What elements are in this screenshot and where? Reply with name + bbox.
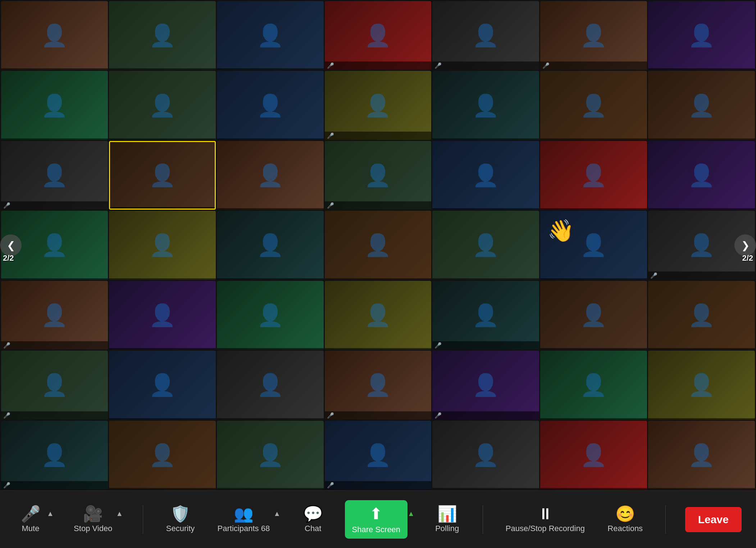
mute-indicator: 🎤 <box>3 342 10 349</box>
video-caret-button[interactable]: ▲ <box>115 508 124 519</box>
video-cell-10[interactable]: 👤 <box>217 71 324 140</box>
video-cell-18[interactable]: 👤 🎤 <box>325 141 432 210</box>
video-cell-44[interactable]: 👤 <box>109 421 216 489</box>
polling-icon: 📊 <box>437 506 457 522</box>
video-cell-9[interactable]: 👤 <box>109 71 216 140</box>
video-cell-49[interactable]: 👤 <box>648 421 755 489</box>
mute-indicator: 🎤 <box>650 272 657 279</box>
video-cell-15[interactable]: 👤 🎤 <box>1 141 108 210</box>
video-cell-21[interactable]: 👤 <box>648 141 755 210</box>
participants-caret-button[interactable]: ▲ <box>273 508 281 519</box>
share-screen-button[interactable]: ⬆ Share Screen <box>345 500 408 539</box>
video-cell-20[interactable]: 👤 <box>540 141 647 210</box>
video-cell-6[interactable]: 👤 🎤 <box>540 1 647 70</box>
divider-1 <box>143 505 143 534</box>
video-cell-7[interactable]: 👤 <box>648 1 755 70</box>
video-cell-5[interactable]: 👤 🎤 <box>432 1 539 70</box>
video-cell-14[interactable]: 👤 <box>648 71 755 140</box>
video-cell-2[interactable]: 👤 <box>109 1 216 70</box>
video-cell-4[interactable]: 👤 🎤 <box>325 1 432 70</box>
security-label: Security <box>166 524 195 533</box>
reactions-icon: 😊 <box>615 506 635 522</box>
participants-group: 👥 Participants 68 ▲ <box>214 503 281 536</box>
mute-indicator: 🎤 <box>327 132 334 139</box>
video-cell-19[interactable]: 👤 <box>432 141 539 210</box>
video-cell-45[interactable]: 👤 <box>217 421 324 489</box>
stop-video-button[interactable]: 🎥 Stop Video <box>70 503 116 536</box>
mute-indicator: 🎤 <box>327 62 334 69</box>
video-cell-43[interactable]: 👤 🎤 <box>1 421 108 489</box>
next-page-button[interactable]: ❯ <box>734 234 756 256</box>
video-cell-36[interactable]: 👤 🎤 <box>1 351 108 419</box>
video-cell-31[interactable]: 👤 <box>217 281 324 350</box>
video-cell-24[interactable]: 👤 <box>217 211 324 279</box>
share-screen-icon: ⬆ <box>369 504 383 523</box>
leave-button[interactable]: Leave <box>685 507 742 532</box>
chat-label: Chat <box>305 524 321 533</box>
video-cell-16[interactable]: 👤 <box>109 141 216 210</box>
reactions-label: Reactions <box>607 524 643 533</box>
video-cell-40[interactable]: 👤 🎤 <box>432 351 539 419</box>
security-button[interactable]: 🛡️ Security <box>163 503 198 536</box>
video-cell-41[interactable]: 👤 <box>540 351 647 419</box>
prev-page-button[interactable]: ❮ <box>0 234 22 256</box>
video-cell-25[interactable]: 👤 <box>325 211 432 279</box>
video-cell-35[interactable]: 👤 <box>648 281 755 350</box>
share-screen-label: Share Screen <box>352 525 401 534</box>
toolbar: 🎤 Mute ▲ 🎥 Stop Video ▲ 🛡️ Security 👥 Pa… <box>0 490 756 548</box>
participants-label: Participants 68 <box>218 524 270 533</box>
video-cell-29[interactable]: 👤 🎤 <box>1 281 108 350</box>
chat-button[interactable]: 💬 Chat <box>297 503 329 536</box>
mute-indicator: 🎤 <box>542 62 550 69</box>
video-cell-34[interactable]: 👤 <box>540 281 647 350</box>
mute-indicator: 🎤 <box>3 482 10 489</box>
pause-stop-label: Pause/Stop Recording <box>506 524 585 533</box>
video-cell-33[interactable]: 👤 🎤 <box>432 281 539 350</box>
video-cell-46[interactable]: 👤 🎤 <box>325 421 432 489</box>
security-icon: 🛡️ <box>170 506 190 522</box>
video-cell-1[interactable]: 👤 <box>1 1 108 70</box>
mute-indicator: 🎤 <box>327 202 334 209</box>
video-cell-37[interactable]: 👤 <box>109 351 216 419</box>
video-cell-13[interactable]: 👤 <box>540 71 647 140</box>
participants-caret-icon: ▲ <box>273 510 281 518</box>
mute-icon: 🎤 <box>21 506 41 522</box>
video-cell-27[interactable]: 👋 👤 <box>540 211 647 279</box>
reaction-emoji: 👋 <box>547 218 574 243</box>
share-screen-caret-icon: ▲ <box>407 510 415 518</box>
video-cell-8[interactable]: 👤 <box>1 71 108 140</box>
video-cell-32[interactable]: 👤 <box>325 281 432 350</box>
video-cell-26[interactable]: 👤 <box>432 211 539 279</box>
participants-button[interactable]: 👥 Participants 68 <box>214 503 274 536</box>
video-cell-42[interactable]: 👤 <box>648 351 755 419</box>
pause-stop-icon: ⏸ <box>537 506 553 522</box>
page-indicator-right: 2/2 <box>742 254 753 263</box>
share-screen-caret-button[interactable]: ▲ <box>407 508 415 519</box>
mute-indicator: 🎤 <box>327 482 334 489</box>
video-grid: 👤 👤 👤 👤 🎤 👤 🎤 👤 🎤 👤 👤 👤 👤 👤 🎤 <box>0 0 756 490</box>
pause-stop-button[interactable]: ⏸ Pause/Stop Recording <box>502 503 588 536</box>
mute-indicator: 🎤 <box>434 62 442 69</box>
camera-icon: 🎥 <box>83 506 103 522</box>
page-indicator-left: 2/2 <box>3 254 14 263</box>
participants-icon: 👥 <box>234 506 254 522</box>
video-cell-38[interactable]: 👤 <box>217 351 324 419</box>
video-cell-39[interactable]: 👤 🎤 <box>325 351 432 419</box>
video-cell-30[interactable]: 👤 <box>109 281 216 350</box>
share-screen-group: ⬆ Share Screen ▲ <box>345 500 415 539</box>
reactions-button[interactable]: 😊 Reactions <box>604 503 646 536</box>
mute-caret-button[interactable]: ▲ <box>46 508 55 519</box>
stop-video-group: 🎥 Stop Video ▲ <box>70 503 124 536</box>
polling-label: Polling <box>435 524 459 533</box>
video-cell-23[interactable]: 👤 <box>109 211 216 279</box>
video-cell-3[interactable]: 👤 <box>217 1 324 70</box>
video-cell-12[interactable]: 👤 <box>432 71 539 140</box>
mute-indicator: 🎤 <box>434 342 442 349</box>
polling-button[interactable]: 📊 Polling <box>431 503 463 536</box>
video-cell-48[interactable]: 👤 <box>540 421 647 489</box>
video-cell-47[interactable]: 👤 <box>432 421 539 489</box>
mute-button[interactable]: 🎤 Mute <box>14 503 47 536</box>
video-cell-11[interactable]: 👤 🎤 <box>325 71 432 140</box>
video-cell-17[interactable]: 👤 <box>217 141 324 210</box>
mute-indicator: 🎤 <box>434 412 442 419</box>
